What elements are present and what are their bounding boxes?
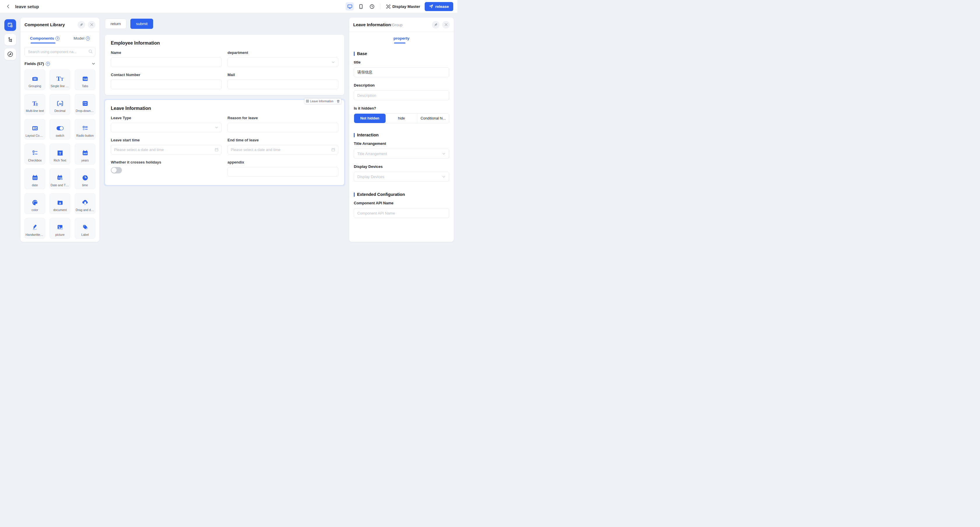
release-label: release — [435, 4, 449, 9]
pin-panel-button[interactable] — [78, 21, 85, 29]
field-department[interactable]: department — [228, 51, 338, 67]
end-time-of-leave-picker[interactable]: Please select a date and time — [228, 145, 338, 154]
component-card-label-tag[interactable]: Label — [75, 218, 95, 239]
component-card-label: Tabs — [82, 84, 88, 88]
field-mail[interactable]: Mail — [228, 73, 338, 89]
field-leave-start-time[interactable]: Leave start time Please select a date an… — [111, 138, 222, 154]
component-search-input[interactable] — [24, 47, 95, 57]
release-button[interactable]: release — [425, 2, 453, 11]
field-leave-type[interactable]: Leave Type — [111, 116, 222, 132]
field-label: department — [228, 51, 338, 55]
component-card-tabs[interactable]: TAB Tabs — [75, 69, 95, 90]
grouping-icon — [31, 74, 39, 83]
tab-model[interactable]: Model ? — [73, 36, 90, 43]
drag-handle-icon[interactable] — [306, 100, 309, 103]
title-arrangement-select[interactable]: Title Arrangement — [354, 149, 449, 159]
component-card-picture[interactable]: picture — [49, 218, 70, 239]
property-label: title — [354, 60, 449, 64]
return-button[interactable]: return — [105, 19, 126, 29]
component-card-label: Layout Contai... — [25, 134, 45, 137]
leave-type-select[interactable] — [111, 123, 222, 132]
leave-information-section[interactable]: Leave Information Leave Type Reason for … — [105, 100, 344, 185]
outline-tree-rail-button[interactable] — [5, 34, 16, 46]
crosses-holidays-toggle[interactable] — [111, 167, 122, 173]
component-card-radio-button[interactable]: Radio button — [75, 119, 95, 140]
segment-not-hidden[interactable]: Not hidden — [354, 114, 386, 123]
component-card-time[interactable]: time — [75, 168, 95, 189]
settings-rail-button[interactable] — [5, 48, 16, 60]
mobile-preview-button[interactable] — [357, 2, 365, 11]
chevron-down-icon — [215, 125, 218, 129]
title-arrangement-property[interactable]: Title Arrangement Title Arrangement — [354, 141, 449, 159]
leave-information-selection[interactable]: Leave Information Leave Information Leav… — [104, 99, 345, 186]
title-property-input[interactable] — [354, 67, 449, 77]
selected-component-tag[interactable]: Leave Information — [304, 98, 341, 104]
trash-icon[interactable] — [337, 99, 340, 103]
component-card-handwritten-signature[interactable]: Handwritten si... — [24, 218, 45, 239]
field-appendix[interactable]: appendix — [228, 160, 338, 177]
form-canvas[interactable]: return submit Employee Information Name … — [99, 13, 349, 246]
date-placeholder: Please select a date and time — [114, 148, 215, 152]
field-reason-for-leave[interactable]: Reason for leave — [228, 116, 338, 132]
description-property[interactable]: Description — [354, 83, 449, 100]
component-library-title: Component Library — [24, 22, 65, 27]
employee-information-section[interactable]: Employee Information Name department — [105, 35, 344, 95]
title-property[interactable]: title — [354, 60, 449, 77]
field-end-time-of-leave[interactable]: End time of leave Please select a date a… — [228, 138, 338, 154]
submit-button[interactable]: submit — [130, 19, 153, 29]
component-card-layout-container[interactable]: Layout Contai... — [24, 119, 45, 140]
close-panel-button[interactable] — [88, 21, 95, 29]
component-card-single-line-text[interactable]: TT Single line text — [49, 69, 70, 90]
back-button[interactable] — [4, 2, 12, 11]
segment-conditional-hide[interactable]: Conditional hi... — [417, 114, 449, 123]
component-card-grouping[interactable]: Grouping — [24, 69, 45, 90]
field-contact-number[interactable]: Contact Number — [111, 73, 222, 89]
pin-panel-button[interactable] — [432, 21, 439, 29]
display-devices-property[interactable]: Display Devices Display Devices — [354, 164, 449, 182]
component-card-date[interactable]: date — [24, 168, 45, 189]
component-card-drop-down-radio[interactable]: Drop-down ra... — [75, 94, 95, 115]
field-crosses-holidays[interactable]: Whether it crosses holidays — [111, 160, 222, 177]
appendix-input[interactable] — [228, 167, 338, 177]
component-card-rich-text[interactable]: T Rich Text — [49, 144, 70, 164]
component-library-rail-button[interactable] — [5, 19, 16, 31]
fields-group-header[interactable]: Fields (57) ? — [21, 57, 99, 69]
help-icon[interactable]: ? — [56, 37, 59, 41]
chevron-down-icon[interactable] — [92, 62, 95, 65]
close-panel-button[interactable] — [442, 21, 450, 29]
help-icon[interactable]: ? — [46, 62, 50, 66]
component-card-drag-and-drop[interactable]: Drag and drop... — [75, 193, 95, 214]
component-card-years[interactable]: 365 years — [75, 144, 95, 164]
help-icon[interactable]: ? — [86, 37, 90, 41]
contact-number-input[interactable] — [111, 79, 222, 89]
segment-hide[interactable]: hide — [386, 114, 417, 123]
name-input[interactable] — [111, 57, 222, 67]
field-label: Leave Type — [111, 116, 222, 120]
description-property-input[interactable] — [354, 90, 449, 100]
component-card-color[interactable]: color — [24, 193, 45, 214]
history-button[interactable] — [368, 2, 376, 11]
department-select[interactable] — [228, 57, 338, 67]
time-icon — [81, 173, 89, 182]
field-name[interactable]: Name — [111, 51, 222, 67]
base-section-header: Base — [354, 51, 449, 56]
leave-start-time-picker[interactable]: Please select a date and time — [111, 145, 222, 154]
component-card-checkbox[interactable]: Checkbox — [24, 144, 45, 164]
display-master-button[interactable]: Display Master — [384, 3, 422, 10]
tab-property[interactable]: property — [393, 36, 409, 43]
component-card-label: time — [82, 183, 88, 187]
component-card-date-and-time[interactable]: Date and Time — [49, 168, 70, 189]
component-card-switch[interactable]: switch — [49, 119, 70, 140]
mail-input[interactable] — [228, 79, 338, 89]
display-devices-select[interactable]: Display Devices — [354, 172, 449, 182]
component-api-name-property[interactable]: Component API Name — [354, 201, 449, 218]
svg-text:TAB: TAB — [83, 78, 87, 81]
component-card-decimal[interactable]: .00 Decimal — [49, 94, 70, 115]
reason-for-leave-input[interactable] — [228, 123, 338, 132]
tab-components[interactable]: Components ? — [30, 36, 60, 43]
component-card-multi-line-text[interactable]: T Multi-line text — [24, 94, 45, 115]
extended-section-title: Extended Configuration — [357, 192, 405, 197]
desktop-preview-button[interactable] — [346, 2, 354, 11]
component-api-name-input[interactable] — [354, 208, 449, 218]
component-card-document[interactable]: document — [49, 193, 70, 214]
